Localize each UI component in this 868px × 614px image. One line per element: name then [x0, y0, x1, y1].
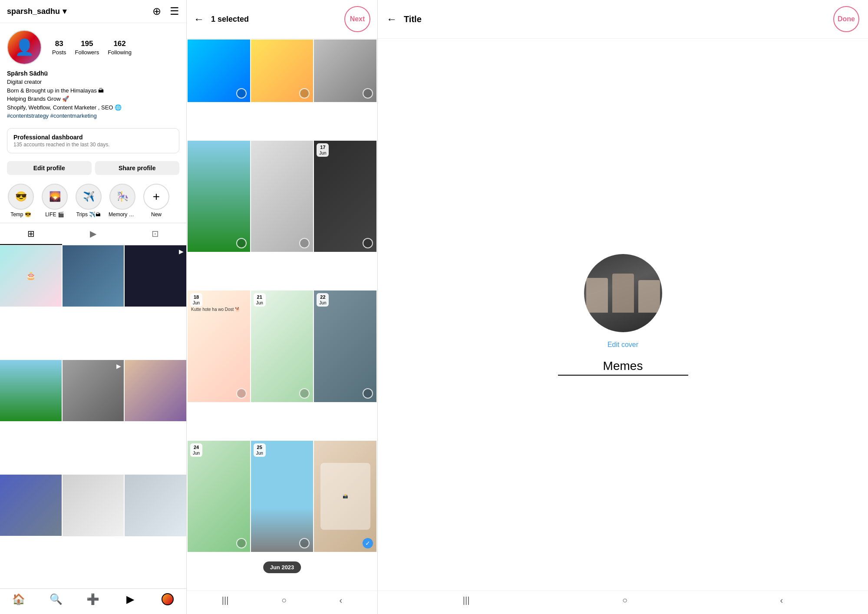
- highlight-temp[interactable]: 😎 Temp 😎: [7, 184, 35, 218]
- edit-profile-button[interactable]: Edit profile: [7, 161, 92, 175]
- select-circle-11[interactable]: ✓: [363, 538, 373, 548]
- highlight-temp-label: Temp 😎: [10, 211, 31, 218]
- right-sys-nav-menu[interactable]: |||: [463, 595, 470, 605]
- right-system-navigation: ||| ○ ‹: [378, 591, 868, 614]
- gallery-picker-panel: ← 1 selected Next 17Jun: [187, 0, 378, 614]
- following-label: Following: [108, 49, 132, 56]
- following-stat[interactable]: 162 Following: [108, 40, 132, 56]
- sys-nav-menu[interactable]: |||: [222, 595, 229, 605]
- menu-button[interactable]: ☰: [170, 6, 179, 17]
- cover-preview-image: [584, 254, 662, 332]
- select-circle-8[interactable]: [363, 388, 373, 399]
- gallery-item-7[interactable]: 21Jun: [251, 290, 314, 402]
- nav-profile[interactable]: [149, 593, 186, 605]
- post-cell-3[interactable]: ▶: [125, 245, 186, 307]
- top-icons: ⊕ ☰: [152, 6, 179, 17]
- share-profile-button[interactable]: Share profile: [95, 161, 180, 175]
- post-cell-6[interactable]: [125, 360, 186, 422]
- floating-date-label: Jun 2023: [263, 561, 301, 573]
- gallery-item-3[interactable]: [188, 141, 250, 252]
- username-row[interactable]: sparsh_sadhu ▾: [7, 7, 66, 16]
- gallery-item-11[interactable]: 📸 ✓: [314, 441, 376, 552]
- gallery-date-8: 22Jun: [317, 293, 329, 307]
- select-circle-2[interactable]: [363, 88, 373, 99]
- picker-back-button[interactable]: ←: [194, 13, 204, 25]
- professional-dashboard-card[interactable]: Professional dashboard 135 accounts reac…: [7, 128, 179, 153]
- highlight-new-circle[interactable]: +: [143, 184, 169, 210]
- highlight-trips[interactable]: ✈️ Trips ✈️🏔: [75, 184, 102, 218]
- highlight-life[interactable]: 🌄 LIFE 🎬: [41, 184, 69, 218]
- nav-search[interactable]: 🔍: [37, 593, 75, 605]
- bottom-navigation: 🏠 🔍 ➕ ▶: [0, 588, 186, 614]
- highlight-trips-circle: ✈️: [76, 184, 102, 210]
- gallery-inner: 17Jun 18Jun Kutte hote ha wo Dost 🐕 21Ju…: [187, 39, 377, 591]
- nav-home[interactable]: 🏠: [0, 593, 37, 605]
- select-circle-6[interactable]: [236, 388, 247, 399]
- following-count: 162: [113, 40, 125, 48]
- select-circle-0[interactable]: [236, 88, 247, 99]
- hashtag-2[interactable]: #contentmarketing: [50, 112, 97, 119]
- bio-line-2: Born & Brought up in the Himalayas 🏔: [7, 86, 179, 95]
- profile-section: 👤 83 Posts 195 Followers 162 Following: [0, 23, 186, 68]
- post-cell-8[interactable]: [63, 475, 124, 536]
- followers-label: Followers: [75, 49, 99, 56]
- gallery-date-10: 25Jun: [254, 443, 266, 457]
- highlight-new[interactable]: + New: [142, 184, 170, 218]
- post-cell-7[interactable]: [0, 475, 62, 536]
- gallery-item-0[interactable]: [188, 40, 250, 102]
- post-cell-1[interactable]: 🎂: [0, 245, 62, 307]
- sys-nav-home[interactable]: ○: [281, 595, 287, 605]
- nav-reels[interactable]: ▶: [112, 593, 149, 605]
- gallery-item-4[interactable]: [251, 141, 314, 252]
- highlight-title-input[interactable]: [558, 357, 688, 376]
- highlight-memory[interactable]: 🎠 Memory Lane...: [109, 184, 136, 218]
- highlight-temp-circle: 😎: [8, 184, 34, 210]
- gallery-item-2[interactable]: [314, 40, 376, 102]
- bio-line-4: Shopify, Webflow, Content Marketer , SEO…: [7, 103, 179, 112]
- followers-stat[interactable]: 195 Followers: [75, 40, 99, 56]
- gallery-item-6[interactable]: 18Jun Kutte hote ha wo Dost 🐕: [188, 290, 250, 402]
- highlight-memory-label: Memory Lane...: [109, 211, 136, 218]
- profile-tabs: ⊞ ▶ ⊡: [0, 223, 186, 245]
- posts-grid: 🎂 ▶ ▶: [0, 245, 186, 589]
- right-sys-nav-back[interactable]: ‹: [780, 595, 783, 605]
- select-circle-3[interactable]: [236, 238, 247, 248]
- username-label: sparsh_sadhu: [7, 7, 60, 16]
- highlights-row: 😎 Temp 😎 🌄 LIFE 🎬 ✈️ Trips ✈️🏔 🎠 Memory …: [0, 178, 186, 223]
- select-circle-5[interactable]: [363, 238, 373, 248]
- select-circle-1[interactable]: [299, 88, 310, 99]
- edit-cover-link[interactable]: Edit cover: [607, 341, 638, 349]
- post-cell-5[interactable]: ▶: [63, 360, 124, 422]
- right-back-button[interactable]: ←: [386, 13, 397, 25]
- gallery-item-5[interactable]: 17Jun: [314, 141, 376, 252]
- done-button[interactable]: Done: [833, 6, 859, 32]
- tab-grid[interactable]: ⊞: [0, 223, 62, 245]
- gallery-item-8[interactable]: 22Jun: [314, 290, 376, 402]
- hashtag-1[interactable]: #contentstrategy: [7, 112, 49, 119]
- tab-tagged[interactable]: ⊡: [124, 223, 186, 245]
- select-circle-9[interactable]: [236, 538, 247, 548]
- gallery-item-10[interactable]: 25Jun: [251, 441, 314, 552]
- gallery-item-9[interactable]: 24Jun: [188, 441, 250, 552]
- next-button[interactable]: Next: [344, 6, 370, 32]
- profile-avatar-nav: [162, 593, 174, 605]
- highlight-life-label: LIFE 🎬: [45, 211, 64, 218]
- add-post-button[interactable]: ⊕: [152, 6, 161, 17]
- post-cell-2[interactable]: [63, 245, 124, 307]
- username-chevron-icon: ▾: [63, 7, 66, 16]
- post-cell-9[interactable]: [125, 475, 186, 536]
- select-circle-10[interactable]: [299, 538, 310, 548]
- sys-nav-back[interactable]: ‹: [340, 595, 343, 605]
- avatar: 👤: [7, 30, 42, 65]
- nav-add[interactable]: ➕: [75, 593, 112, 605]
- select-circle-4[interactable]: [299, 238, 310, 248]
- post-cell-4[interactable]: [0, 360, 62, 422]
- bio-line-1: Digital creator: [7, 78, 179, 86]
- gallery-item-1[interactable]: [251, 40, 314, 102]
- posts-label: Posts: [52, 49, 66, 56]
- select-circle-7[interactable]: [299, 388, 310, 399]
- tab-reels[interactable]: ▶: [62, 223, 124, 245]
- right-sys-nav-home[interactable]: ○: [622, 595, 627, 605]
- gallery-date-5: 17Jun: [317, 143, 329, 157]
- video-icon: ▶: [179, 248, 184, 255]
